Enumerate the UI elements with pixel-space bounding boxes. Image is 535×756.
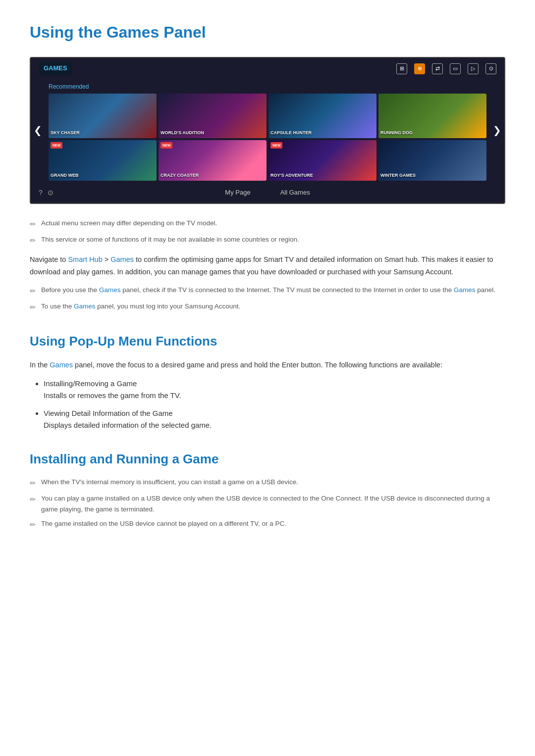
- games-label: GAMES: [39, 62, 72, 75]
- game-label-1: SKY CHASER: [51, 129, 80, 136]
- pencil-icon-5: ✏: [30, 477, 36, 489]
- game-thumb-4[interactable]: RUNNING DOG: [378, 94, 486, 138]
- game-label-2: WORLD'S AUDITION: [160, 129, 204, 136]
- game-thumb-2[interactable]: WORLD'S AUDITION: [159, 94, 267, 138]
- recommended-label: Recommended: [49, 79, 486, 94]
- bullet-desc-2: Displays detailed information of the sel…: [44, 419, 505, 431]
- games-panel-body: ❮ ❯ Recommended SKY CHASER WORLD'S AUDIT…: [31, 79, 504, 181]
- game-label-3: CAPSULE HUNTER: [270, 129, 312, 136]
- bullet-title-1: Installing/Removing a Game: [44, 379, 137, 388]
- pencil-icon-2: ✏: [30, 235, 36, 247]
- install-note-1: ✏ When the TV's internal memory is insuf…: [30, 477, 505, 489]
- new-badge-5: NEW: [51, 142, 62, 149]
- game-thumb-8[interactable]: WINTER GAMES: [378, 140, 486, 181]
- note-text-1: Actual menu screen may differ depending …: [41, 218, 217, 229]
- main-body-text: Navigate to Smart Hub > Games to confirm…: [30, 253, 505, 278]
- game-label-5: GRAND WEB: [51, 172, 79, 179]
- game-thumb-1[interactable]: SKY CHASER: [49, 94, 157, 138]
- notes-section: ✏ Actual menu screen may differ dependin…: [30, 218, 505, 247]
- pencil-icon-4: ✏: [30, 302, 36, 313]
- new-badge-7: NEW: [270, 142, 282, 149]
- game-thumb-5[interactable]: NEW GRAND WEB: [49, 140, 157, 181]
- popup-section-title: Using Pop-Up Menu Functions: [30, 331, 505, 352]
- icon-transfer: ⇄: [432, 63, 443, 74]
- icon-active: ⊕: [414, 63, 425, 74]
- bullet-item-1: Installing/Removing a Game Installs or r…: [44, 378, 505, 402]
- note-item-1: ✏ Actual menu screen may differ dependin…: [30, 218, 505, 230]
- games-link-5[interactable]: Games: [50, 361, 73, 369]
- game-label-4: RUNNING DOG: [380, 129, 413, 136]
- install-note-2: ✏ You can play a game installed on a USB…: [30, 493, 505, 514]
- bullet-desc-1: Installs or removes the game from the TV…: [44, 390, 505, 402]
- note-text-2: This service or some of functions of it …: [41, 234, 299, 245]
- game-label-6: CRAZY COASTER: [160, 172, 199, 179]
- sub-note-text-1: Before you use the Games panel, check if…: [41, 285, 495, 296]
- icon-play: ▷: [468, 63, 479, 74]
- new-badge-6: NEW: [160, 142, 172, 149]
- game-thumb-3[interactable]: CAPSULE HUNTER: [268, 94, 376, 138]
- game-thumb-7[interactable]: NEW ROY'S ADVENTURE: [268, 140, 376, 181]
- sub-note-text-2: To use the Games panel, you must log int…: [41, 301, 240, 312]
- pencil-icon-7: ✏: [30, 519, 36, 531]
- install-note-text-1: When the TV's internal memory is insuffi…: [41, 477, 298, 488]
- install-note-text-2: You can play a game installed on a USB d…: [41, 493, 505, 514]
- arrow-left-icon[interactable]: ❮: [34, 122, 42, 138]
- footer-tab-mypage[interactable]: My Page: [225, 188, 250, 198]
- games-link-3[interactable]: Games: [454, 286, 476, 294]
- games-panel-footer: ? ⊙ My Page All Games: [31, 183, 504, 203]
- games-link-4[interactable]: Games: [74, 302, 96, 310]
- smart-hub-link[interactable]: Smart Hub: [68, 255, 102, 263]
- bullet-item-2: Viewing Detail Information of the Game D…: [44, 407, 505, 431]
- page-title: Using the Games Panel: [30, 20, 505, 45]
- game-label-7: ROY'S ADVENTURE: [270, 172, 313, 179]
- footer-question-icon: ?: [39, 187, 43, 198]
- pencil-icon-1: ✏: [30, 218, 36, 230]
- header-icons: ⊞ ⊕ ⇄ ▭ ▷ ⊙: [396, 63, 496, 74]
- games-panel-header: GAMES ⊞ ⊕ ⇄ ▭ ▷ ⊙: [31, 58, 504, 79]
- note-item-2: ✏ This service or some of functions of i…: [30, 234, 505, 247]
- game-label-8: WINTER GAMES: [380, 172, 416, 179]
- icon-info: ⊙: [485, 63, 496, 74]
- pencil-icon-3: ✏: [30, 285, 36, 297]
- sub-note-2: ✏ To use the Games panel, you must log i…: [30, 301, 505, 313]
- games-link-1[interactable]: Games: [110, 255, 134, 263]
- sub-note-1: ✏ Before you use the Games panel, check …: [30, 285, 505, 297]
- footer-circle-icon: ⊙: [48, 187, 54, 198]
- icon-folder: ▭: [450, 63, 461, 74]
- games-row-2: NEW GRAND WEB NEW CRAZY COASTER NEW ROY'…: [49, 140, 486, 181]
- installing-section-title: Installing and Running a Game: [30, 449, 505, 470]
- games-panel-screenshot: GAMES ⊞ ⊕ ⇄ ▭ ▷ ⊙ ❮ ❯ Recommended SKY CH…: [30, 57, 505, 204]
- install-note-text-3: The game installed on the USB device can…: [41, 518, 286, 529]
- games-row-1: SKY CHASER WORLD'S AUDITION CAPSULE HUNT…: [49, 94, 486, 138]
- arrow-separator: >: [105, 255, 111, 263]
- games-link-2[interactable]: Games: [99, 286, 121, 294]
- pencil-icon-6: ✏: [30, 494, 36, 505]
- install-note-3: ✏ The game installed on the USB device c…: [30, 518, 505, 531]
- game-thumb-6[interactable]: NEW CRAZY COASTER: [159, 140, 267, 181]
- bullet-title-2: Viewing Detail Information of the Game: [44, 409, 173, 417]
- popup-intro-text: In the Games panel, move the focus to a …: [30, 359, 505, 371]
- footer-tab-allgames[interactable]: All Games: [280, 188, 310, 198]
- popup-bullets-list: Installing/Removing a Game Installs or r…: [44, 378, 505, 431]
- icon-grid: ⊞: [396, 63, 407, 74]
- arrow-right-icon[interactable]: ❯: [493, 122, 501, 138]
